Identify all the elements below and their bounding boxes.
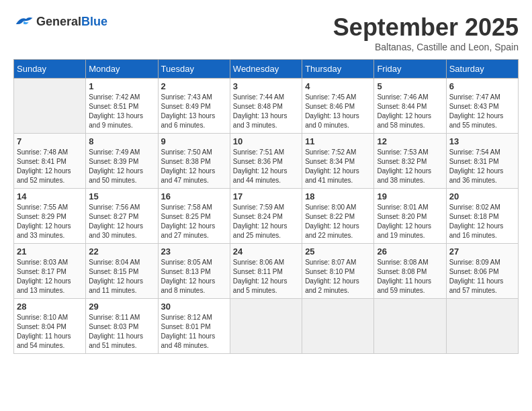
day-info: Sunrise: 7:48 AMSunset: 8:41 PMDaylight:… (17, 148, 83, 185)
day-number: 1 (89, 81, 154, 91)
calendar-cell: 22Sunrise: 8:04 AMSunset: 8:15 PMDayligh… (86, 244, 158, 299)
calendar-cell: 16Sunrise: 7:58 AMSunset: 8:25 PMDayligh… (158, 189, 230, 244)
day-info: Sunrise: 7:49 AMSunset: 8:39 PMDaylight:… (89, 148, 154, 185)
calendar-cell: 17Sunrise: 7:59 AMSunset: 8:24 PMDayligh… (230, 189, 302, 244)
day-info: Sunrise: 7:53 AMSunset: 8:32 PMDaylight:… (377, 148, 443, 185)
calendar-cell: 2Sunrise: 7:43 AMSunset: 8:49 PMDaylight… (158, 79, 230, 134)
day-info: Sunrise: 8:06 AMSunset: 8:11 PMDaylight:… (233, 258, 299, 295)
day-info: Sunrise: 7:51 AMSunset: 8:36 PMDaylight:… (233, 148, 299, 185)
weekday-header: Thursday (302, 60, 374, 79)
calendar-table: SundayMondayTuesdayWednesdayThursdayFrid… (13, 59, 519, 354)
calendar-cell: 6Sunrise: 7:47 AMSunset: 8:43 PMDaylight… (446, 79, 518, 134)
calendar-cell: 5Sunrise: 7:46 AMSunset: 8:44 PMDaylight… (374, 79, 446, 134)
calendar-cell (14, 79, 86, 134)
day-info: Sunrise: 8:03 AMSunset: 8:17 PMDaylight:… (17, 258, 83, 295)
logo-icon (13, 13, 34, 30)
calendar-cell: 30Sunrise: 8:12 AMSunset: 8:01 PMDayligh… (158, 299, 230, 354)
logo-general: General (36, 15, 81, 28)
calendar-cell: 15Sunrise: 7:56 AMSunset: 8:27 PMDayligh… (86, 189, 158, 244)
calendar-cell: 14Sunrise: 7:55 AMSunset: 8:29 PMDayligh… (14, 189, 86, 244)
weekday-header: Saturday (446, 60, 518, 79)
calendar-cell: 25Sunrise: 8:07 AMSunset: 8:10 PMDayligh… (302, 244, 374, 299)
calendar-cell: 7Sunrise: 7:48 AMSunset: 8:41 PMDaylight… (14, 134, 86, 189)
calendar-week-row: 14Sunrise: 7:55 AMSunset: 8:29 PMDayligh… (14, 189, 519, 244)
calendar-cell: 29Sunrise: 8:11 AMSunset: 8:03 PMDayligh… (86, 299, 158, 354)
calendar-cell (374, 299, 446, 354)
day-number: 12 (377, 136, 443, 146)
day-number: 27 (449, 246, 515, 257)
day-number: 9 (161, 136, 227, 146)
calendar-cell: 24Sunrise: 8:06 AMSunset: 8:11 PMDayligh… (230, 244, 302, 299)
day-number: 10 (233, 136, 299, 146)
day-info: Sunrise: 7:44 AMSunset: 8:48 PMDaylight:… (233, 93, 299, 130)
day-number: 2 (161, 81, 227, 91)
day-info: Sunrise: 8:02 AMSunset: 8:18 PMDaylight:… (449, 203, 515, 240)
logo: GeneralBlue (13, 13, 107, 30)
calendar-cell: 12Sunrise: 7:53 AMSunset: 8:32 PMDayligh… (374, 134, 446, 189)
day-number: 11 (305, 136, 371, 146)
calendar-cell: 1Sunrise: 7:42 AMSunset: 8:51 PMDaylight… (86, 79, 158, 134)
day-info: Sunrise: 7:43 AMSunset: 8:49 PMDaylight:… (161, 93, 227, 130)
day-number: 7 (17, 136, 83, 146)
calendar-cell: 26Sunrise: 8:08 AMSunset: 8:08 PMDayligh… (374, 244, 446, 299)
day-number: 6 (449, 81, 515, 91)
day-number: 24 (233, 246, 299, 257)
calendar-cell: 20Sunrise: 8:02 AMSunset: 8:18 PMDayligh… (446, 189, 518, 244)
day-number: 21 (17, 246, 83, 257)
day-info: Sunrise: 8:00 AMSunset: 8:22 PMDaylight:… (305, 203, 371, 240)
day-number: 23 (161, 246, 227, 257)
calendar-week-row: 28Sunrise: 8:10 AMSunset: 8:04 PMDayligh… (14, 299, 519, 354)
day-info: Sunrise: 8:12 AMSunset: 8:01 PMDaylight:… (161, 313, 227, 351)
day-number: 13 (449, 136, 515, 146)
day-info: Sunrise: 8:05 AMSunset: 8:13 PMDaylight:… (161, 258, 227, 295)
calendar-cell: 27Sunrise: 8:09 AMSunset: 8:06 PMDayligh… (446, 244, 518, 299)
calendar-week-row: 7Sunrise: 7:48 AMSunset: 8:41 PMDaylight… (14, 134, 519, 189)
day-number: 20 (449, 191, 515, 201)
weekday-header: Wednesday (230, 60, 302, 79)
weekday-header: Sunday (14, 60, 86, 79)
weekday-header: Monday (86, 60, 158, 79)
day-number: 3 (233, 81, 299, 91)
day-info: Sunrise: 7:42 AMSunset: 8:51 PMDaylight:… (89, 93, 154, 130)
day-info: Sunrise: 7:59 AMSunset: 8:24 PMDaylight:… (233, 203, 299, 240)
calendar-cell: 11Sunrise: 7:52 AMSunset: 8:34 PMDayligh… (302, 134, 374, 189)
logo-blue: Blue (81, 15, 107, 28)
day-number: 25 (305, 246, 371, 257)
calendar-cell: 10Sunrise: 7:51 AMSunset: 8:36 PMDayligh… (230, 134, 302, 189)
calendar-cell: 4Sunrise: 7:45 AMSunset: 8:46 PMDaylight… (302, 79, 374, 134)
day-info: Sunrise: 8:07 AMSunset: 8:10 PMDaylight:… (305, 258, 371, 295)
day-info: Sunrise: 7:45 AMSunset: 8:46 PMDaylight:… (305, 93, 371, 130)
day-info: Sunrise: 8:09 AMSunset: 8:06 PMDaylight:… (449, 258, 515, 295)
day-number: 26 (377, 246, 443, 257)
day-info: Sunrise: 8:04 AMSunset: 8:15 PMDaylight:… (89, 258, 154, 295)
calendar-cell: 19Sunrise: 8:01 AMSunset: 8:20 PMDayligh… (374, 189, 446, 244)
calendar-cell (302, 299, 374, 354)
day-number: 18 (305, 191, 371, 201)
calendar-cell: 9Sunrise: 7:50 AMSunset: 8:38 PMDaylight… (158, 134, 230, 189)
day-info: Sunrise: 7:52 AMSunset: 8:34 PMDaylight:… (305, 148, 371, 185)
page-header: GeneralBlue September 2025 Baltanas, Cas… (13, 13, 519, 52)
weekday-header: Tuesday (158, 60, 230, 79)
calendar-cell: 28Sunrise: 8:10 AMSunset: 8:04 PMDayligh… (14, 299, 86, 354)
day-info: Sunrise: 8:01 AMSunset: 8:20 PMDaylight:… (377, 203, 443, 240)
day-number: 22 (89, 246, 154, 257)
weekday-header-row: SundayMondayTuesdayWednesdayThursdayFrid… (14, 60, 519, 79)
day-number: 17 (233, 191, 299, 201)
calendar-cell: 23Sunrise: 8:05 AMSunset: 8:13 PMDayligh… (158, 244, 230, 299)
day-number: 15 (89, 191, 154, 201)
day-info: Sunrise: 7:58 AMSunset: 8:25 PMDaylight:… (161, 203, 227, 240)
day-number: 30 (161, 302, 227, 312)
day-number: 28 (17, 302, 83, 312)
day-info: Sunrise: 7:50 AMSunset: 8:38 PMDaylight:… (161, 148, 227, 185)
calendar-cell: 21Sunrise: 8:03 AMSunset: 8:17 PMDayligh… (14, 244, 86, 299)
calendar-week-row: 1Sunrise: 7:42 AMSunset: 8:51 PMDaylight… (14, 79, 519, 134)
calendar-cell (446, 299, 518, 354)
calendar-cell (230, 299, 302, 354)
day-info: Sunrise: 7:54 AMSunset: 8:31 PMDaylight:… (449, 148, 515, 185)
day-info: Sunrise: 7:55 AMSunset: 8:29 PMDaylight:… (17, 203, 83, 240)
day-info: Sunrise: 7:46 AMSunset: 8:44 PMDaylight:… (377, 93, 443, 130)
day-number: 4 (305, 81, 371, 91)
day-info: Sunrise: 8:11 AMSunset: 8:03 PMDaylight:… (89, 313, 154, 351)
day-number: 14 (17, 191, 83, 201)
day-number: 5 (377, 81, 443, 91)
